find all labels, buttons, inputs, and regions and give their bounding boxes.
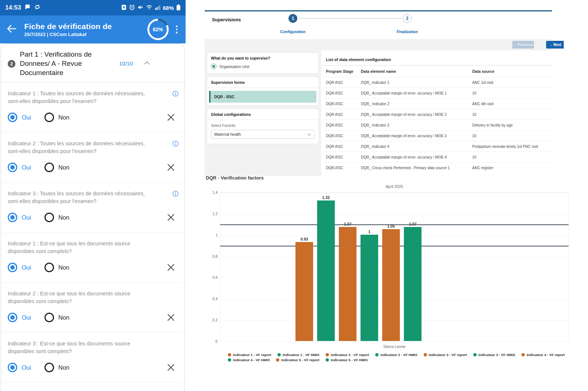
answer-row: Oui Non: [8, 313, 178, 322]
radio-oui[interactable]: [8, 213, 17, 222]
bar-Indicateur 3 - VF report[interactable]: [382, 229, 400, 341]
step-2-label[interactable]: Finalization: [385, 29, 429, 34]
table-row: DQR-RSC DQR_ Indicator 2 ANC 4th visit: [323, 98, 552, 109]
radio-oui[interactable]: [8, 313, 17, 322]
legend-item-Indicateur 5 - VF HMIS[interactable]: Indicateur 5 - VF HMIS: [326, 358, 368, 362]
legend-item-Indicateur 2 - VF report[interactable]: Indicateur 2 - VF report: [326, 353, 369, 357]
legend-dot: [277, 353, 281, 356]
radio-non[interactable]: [44, 363, 54, 372]
chevron-down-icon: [307, 131, 311, 138]
legend-item-Indicateur 1 - VF HMIS[interactable]: Indicateur 1 - VF HMIS: [277, 353, 319, 357]
wifi-icon: [146, 4, 153, 11]
legend-item-Indicateur 3 - VF HMIS[interactable]: Indicateur 3 - VF HMIS: [473, 353, 515, 357]
radio-oui-label[interactable]: Oui: [22, 114, 31, 121]
radio-non-label[interactable]: Non: [58, 314, 69, 321]
legend-dot: [228, 358, 231, 362]
radio-oui-label[interactable]: Oui: [22, 264, 31, 271]
bar-value-label: 1.07: [402, 222, 424, 226]
question-text: Indicateur 1 : Toutes les sources de don…: [8, 90, 155, 105]
status-bar: 14:53: [0, 0, 186, 15]
info-icon[interactable]: [172, 141, 179, 148]
cell-data-element-name: DQR_ Indicator 4: [361, 145, 472, 149]
table-row: DQR-RSC DQR_ Acceptable margin of error-…: [323, 130, 552, 141]
radio-oui[interactable]: [8, 113, 17, 122]
cell-program-stage: DQR-RSC: [326, 113, 361, 117]
bar-Indicateur 3 - VF HMIS[interactable]: [404, 227, 422, 341]
clear-answer-icon[interactable]: [167, 313, 175, 321]
legend-item-Indicateur 5 - VF report[interactable]: Indicateur 5 - VF report: [276, 358, 319, 362]
radio-non-label[interactable]: Non: [58, 364, 69, 371]
radio-oui-label[interactable]: Oui: [22, 364, 31, 371]
overflow-menu-icon[interactable]: [175, 24, 179, 35]
radio-non[interactable]: [44, 113, 54, 122]
radio-non[interactable]: [44, 213, 54, 222]
info-icon[interactable]: [172, 90, 179, 98]
legend-item-Indicateur 1 - VF report[interactable]: Indicateur 1 - VF report: [228, 353, 271, 357]
legend-label: Indicateur 5 - VF HMIS: [331, 358, 368, 362]
favorite-select[interactable]: Maternal health: [211, 130, 315, 139]
alarm-icon: [129, 4, 135, 11]
legend-label: Indicateur 2 - VF report: [331, 353, 369, 357]
table-row: DQR-RSC DQR_ Indicator 1 ANC 1st visit: [323, 77, 552, 88]
radio-oui[interactable]: [8, 363, 17, 372]
step-2-circle[interactable]: 2: [403, 14, 412, 23]
legend-item-Indicateur 3 - VF report[interactable]: Indicateur 3 - VF report: [424, 353, 467, 357]
clock-time: 14:53: [5, 4, 21, 11]
radio-non[interactable]: [44, 263, 54, 272]
clear-answer-icon[interactable]: [167, 363, 175, 372]
progress-ring: 82%: [147, 19, 169, 40]
cell-program-stage: DQR-RSC: [326, 91, 361, 95]
table-row: DQR-RSC DQR_ Acceptable margin of error-…: [323, 88, 552, 98]
question-block: Indicateur 3 : Est-ce que tous les docum…: [1, 333, 184, 383]
question-block: Indicateur 1 : Est-ce que tous les docum…: [1, 232, 184, 282]
legend-item-Indicateur 2 - VF HMIS[interactable]: Indicateur 2 - VF HMIS: [375, 353, 417, 357]
radio-non[interactable]: [44, 313, 54, 322]
next-button[interactable]: → Next: [546, 41, 564, 49]
cell-data-element-name: DQR_ Acceptable margin of error- accurac…: [361, 134, 472, 138]
forms-card: Supervision forms DQR - RSC: [207, 77, 319, 106]
radio-non-label[interactable]: Non: [58, 164, 69, 171]
chart-heading: DQR - Verification factors: [206, 175, 263, 181]
table-row: DQR-RSC DQR_ Indicator 4 Postpartum neon…: [323, 141, 552, 152]
bar-Indicateur 1 - VF HMIS[interactable]: [317, 200, 335, 341]
legend-item-Indicateur 4 - VF HMIS[interactable]: Indicateur 4 - VF HMIS: [228, 358, 270, 362]
radio-oui-label[interactable]: Oui: [22, 214, 31, 221]
step-1-label[interactable]: Configuration: [271, 29, 315, 34]
radio-oui-label[interactable]: Oui: [22, 314, 31, 321]
radio-non[interactable]: [44, 163, 54, 172]
info-icon[interactable]: [172, 191, 179, 198]
clear-answer-icon[interactable]: [167, 163, 175, 171]
radio-non-label[interactable]: Non: [58, 264, 69, 271]
question-text: Indicateur 2 : Est-ce que tous les docum…: [8, 290, 155, 305]
section-progress-count: 10/10: [119, 60, 133, 67]
cell-data-source: 10: [472, 91, 552, 95]
bar-Indicateur 2 - VF report[interactable]: [339, 227, 356, 341]
radio-oui-label[interactable]: Oui: [22, 164, 31, 171]
bar-Indicateur 1 - VF report[interactable]: [295, 242, 313, 341]
y-axis-tick: 1: [207, 233, 218, 237]
legend-item-Indicateur 4 - VF report[interactable]: Indicateur 4 - VF report: [521, 353, 565, 357]
question-block: Indicateur 2 : Toutes les sources de don…: [1, 132, 184, 182]
previous-button[interactable]: ← Previous: [512, 41, 534, 49]
supervise-card: What do you want to supervise? Organisat…: [207, 52, 319, 74]
radio-oui[interactable]: [8, 163, 17, 172]
question-text: Indicateur 1 : Est-ce que tous les docum…: [8, 240, 155, 255]
clear-answer-icon[interactable]: [167, 213, 175, 221]
form-item-dqr-rsc[interactable]: DQR - RSC: [209, 91, 316, 103]
step-1-circle[interactable]: 1: [288, 14, 297, 23]
organisation-unit-radio[interactable]: [211, 64, 216, 69]
web-app-panel: Supervisions 1 2 Configuration Finalizat…: [205, 0, 588, 391]
radio-oui[interactable]: [8, 263, 17, 272]
bar-value-label: 0.93: [293, 237, 315, 241]
clear-answer-icon[interactable]: [167, 113, 175, 121]
bar-Indicateur 2 - VF HMIS[interactable]: [361, 235, 378, 341]
organisation-unit-option[interactable]: Organisation Unit: [207, 60, 319, 69]
radio-non-label[interactable]: Non: [58, 214, 69, 221]
cell-program-stage: DQR-RSC: [326, 81, 361, 85]
clear-answer-icon[interactable]: [167, 263, 175, 271]
chevron-up-icon[interactable]: [143, 58, 151, 69]
radio-non-label[interactable]: Non: [58, 114, 69, 121]
back-arrow-icon[interactable]: [7, 25, 16, 34]
mobile-app-panel: 14:53: [0, 0, 186, 391]
section-header[interactable]: 2 Part 1 : Verifications de Donnees/ A -…: [1, 44, 184, 82]
